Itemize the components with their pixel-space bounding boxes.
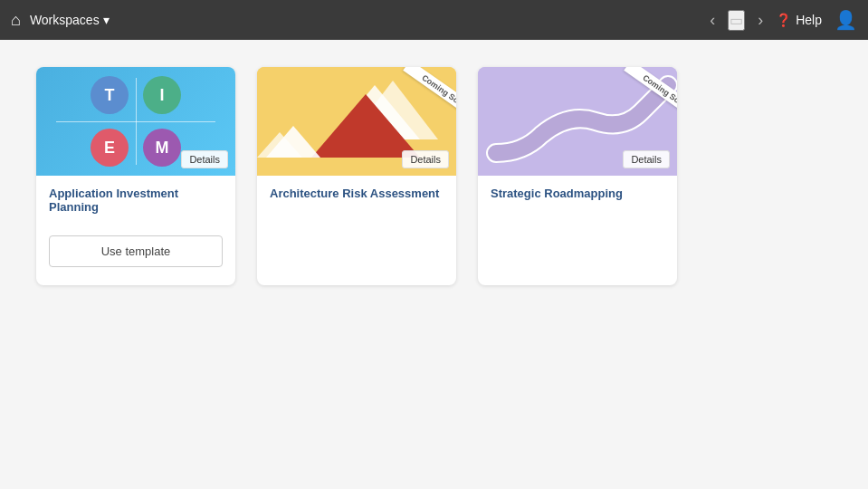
card2-title: Architecture Risk Assessment bbox=[270, 187, 444, 216]
header-left: ⌂ Workspaces ▾ bbox=[11, 11, 110, 30]
details-button-card1[interactable]: Details bbox=[181, 150, 228, 168]
user-icon[interactable]: 👤 bbox=[835, 9, 857, 31]
card-architecture-risk: Coming Soon Details Architecture Risk As… bbox=[257, 67, 456, 285]
card3-body: Strategic Roadmapping bbox=[478, 176, 677, 235]
header: ⌂ Workspaces ▾ ‹ ▭ › ❓ Help 👤 bbox=[0, 0, 868, 40]
circle-t: T bbox=[91, 76, 129, 114]
card3-image: Coming Soon Details bbox=[478, 67, 677, 176]
circle-e: E bbox=[91, 129, 129, 167]
workspaces-label: Workspaces bbox=[30, 13, 100, 27]
main-content: T I E M Details Application Investment P… bbox=[0, 40, 868, 489]
card2-image: Coming Soon Details bbox=[257, 67, 456, 176]
chevron-down-icon: ▾ bbox=[103, 13, 110, 27]
circle-grid: T I E M bbox=[81, 67, 190, 176]
header-right: ‹ ▭ › ❓ Help 👤 bbox=[710, 9, 857, 31]
details-button-card3[interactable]: Details bbox=[623, 150, 670, 168]
circle-i: I bbox=[143, 76, 181, 114]
card-application-investment: T I E M Details Application Investment P… bbox=[36, 67, 235, 285]
cards-grid: T I E M Details Application Investment P… bbox=[36, 67, 832, 285]
window-button[interactable]: ▭ bbox=[728, 10, 745, 31]
card1-body: Application Investment Planning bbox=[36, 176, 235, 235]
nav-back-button[interactable]: ‹ bbox=[710, 11, 715, 30]
help-icon: ❓ bbox=[776, 13, 791, 27]
circle-m: M bbox=[143, 129, 181, 167]
card-strategic-roadmapping: Coming Soon Details Strategic Roadmappin… bbox=[478, 67, 677, 285]
help-button[interactable]: ❓ Help bbox=[776, 13, 822, 27]
use-template-button[interactable]: Use template bbox=[49, 235, 223, 267]
card2-body: Architecture Risk Assessment bbox=[257, 176, 456, 235]
help-label: Help bbox=[796, 13, 822, 27]
card1-title: Application Investment Planning bbox=[49, 187, 223, 216]
card3-title: Strategic Roadmapping bbox=[491, 187, 664, 216]
details-button-card2[interactable]: Details bbox=[402, 150, 449, 168]
home-icon[interactable]: ⌂ bbox=[11, 11, 21, 30]
card1-image: T I E M Details bbox=[36, 67, 235, 176]
nav-forward-button[interactable]: › bbox=[758, 11, 763, 30]
workspaces-button[interactable]: Workspaces ▾ bbox=[30, 13, 110, 27]
